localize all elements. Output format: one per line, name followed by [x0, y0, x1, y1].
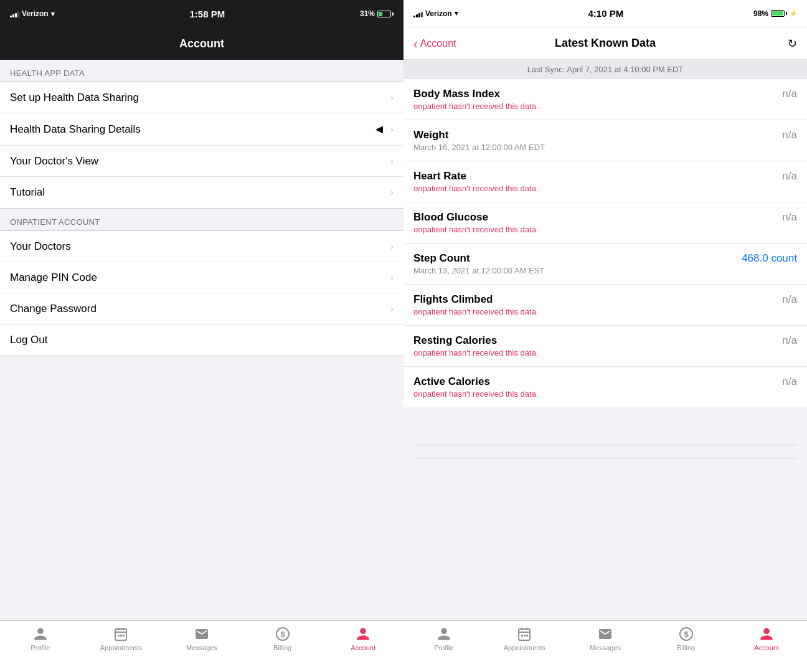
- bmi-value: n/a: [747, 88, 797, 100]
- appointments-tab-label-left: Appointments: [100, 644, 142, 651]
- empty-area-right-2: [404, 445, 807, 458]
- billing-tab-icon-right: $: [678, 626, 694, 642]
- status-left-right: Verizon ▾: [413, 9, 458, 18]
- step-count-sub: March 13, 2021 at 12:00:00 AM EST: [413, 266, 742, 275]
- sync-text: Last Sync: April 7, 2021 at 4:10:00 PM E…: [527, 65, 684, 74]
- tab-item-account-right[interactable]: Account: [726, 626, 807, 651]
- flights-value: n/a: [747, 293, 797, 306]
- refresh-icon[interactable]: ↻: [788, 37, 797, 50]
- manage-pin-item[interactable]: Manage PIN Code ›: [0, 262, 404, 293]
- back-chevron-icon: ‹: [413, 37, 418, 50]
- billing-tab-label-left: Billing: [273, 644, 291, 651]
- svg-text:$: $: [280, 630, 285, 639]
- svg-rect-4: [118, 635, 120, 637]
- health-item-blood-glucose: Blood Glucose onpatient hasn't received …: [404, 202, 807, 244]
- doctor-view-item[interactable]: Your Doctor's View ›: [0, 146, 404, 177]
- account-tab-icon-left: [355, 626, 371, 642]
- signal-bar-r3: [418, 13, 420, 17]
- signal-bar-2: [12, 14, 14, 17]
- signal-bar-1: [10, 16, 12, 17]
- battery-body: [377, 11, 391, 17]
- content-left: HEALTH APP DATA Set up Health Data Shari…: [0, 60, 404, 620]
- section-header-account: ONPATIENT ACCOUNT: [0, 209, 404, 230]
- signal-bar-r1: [413, 16, 415, 17]
- health-details-label: Health Data Sharing Details: [10, 123, 141, 136]
- sync-banner: Last Sync: April 7, 2021 at 4:10:00 PM E…: [404, 60, 807, 79]
- battery-left: [377, 11, 394, 17]
- health-item-resting-cal: Resting Calories onpatient hasn't receiv…: [404, 326, 807, 367]
- carrier-left: Verizon: [22, 9, 49, 18]
- battery-right: [771, 10, 787, 17]
- your-doctors-label: Your Doctors: [10, 240, 71, 253]
- tab-bar-right: Profile Appointments: [404, 620, 807, 672]
- manage-pin-label: Manage PIN Code: [10, 272, 97, 284]
- battery-tip: [392, 12, 394, 16]
- divider-2: [413, 458, 797, 458]
- health-item-flights: Flights Climbed onpatient hasn't receive…: [404, 285, 807, 326]
- back-label: Account: [420, 38, 456, 49]
- step-count-name: Step Count: [413, 252, 742, 265]
- active-cal-left: Active Calories onpatient hasn't receive…: [413, 376, 747, 399]
- tab-item-appointments-left[interactable]: Appointments: [81, 626, 162, 651]
- section-header-health: HEALTH APP DATA: [0, 60, 404, 82]
- nav-bar-right: ‹ Account Latest Known Data ↻: [404, 27, 807, 60]
- blood-glucose-value: n/a: [747, 211, 797, 224]
- battery-tip-right: [786, 12, 787, 15]
- health-details-arrow-group: ◄ ›: [373, 122, 394, 136]
- heart-rate-name: Heart Rate: [413, 170, 747, 182]
- battery-fill-right: [772, 11, 783, 16]
- tab-item-billing-left[interactable]: $ Billing: [242, 626, 323, 651]
- appointments-tab-label-right: Appointments: [504, 644, 545, 651]
- health-details-item[interactable]: Health Data Sharing Details ◄ ›: [0, 113, 404, 146]
- messages-tab-label-right: Messages: [590, 644, 621, 651]
- back-button[interactable]: ‹ Account: [413, 37, 456, 50]
- health-list: Body Mass Index onpatient hasn't receive…: [404, 79, 807, 407]
- battery-pct-left: 31%: [360, 9, 375, 18]
- signal-bars-right: [413, 10, 423, 17]
- svg-point-9: [364, 635, 365, 637]
- left-phone: Verizon ▾ 1:58 PM 31% Account HEALTH APP…: [0, 0, 404, 672]
- your-doctors-item[interactable]: Your Doctors ›: [0, 231, 404, 262]
- heart-rate-value: n/a: [747, 170, 797, 182]
- health-app-data-group: Set up Health Data Sharing › Health Data…: [0, 82, 404, 209]
- svg-rect-14: [521, 635, 523, 637]
- tab-bar-left: Profile Appointments: [0, 620, 404, 672]
- status-right-left: 31%: [360, 9, 394, 18]
- change-password-item[interactable]: Change Password ›: [0, 293, 404, 324]
- tab-item-messages-right[interactable]: Messages: [565, 626, 646, 651]
- health-item-bmi: Body Mass Index onpatient hasn't receive…: [404, 79, 807, 120]
- profile-tab-label-left: Profile: [31, 644, 50, 651]
- tab-item-profile-right[interactable]: Profile: [404, 626, 484, 651]
- tab-item-account-left[interactable]: Account: [323, 626, 404, 651]
- tab-item-billing-right[interactable]: $ Billing: [646, 626, 727, 651]
- step-count-value: 468.0 count: [742, 252, 797, 265]
- tutorial-item[interactable]: Tutorial ›: [0, 177, 404, 208]
- log-out-item[interactable]: Log Out: [0, 324, 404, 356]
- signal-bar-r2: [416, 14, 418, 17]
- doctor-view-label: Your Doctor's View: [10, 155, 98, 168]
- step-count-left: Step Count March 13, 2021 at 12:00:00 AM…: [413, 252, 742, 275]
- health-item-active-cal: Active Calories onpatient hasn't receive…: [404, 367, 807, 407]
- health-item-weight: Weight March 16, 2021 at 12:00:00 AM EDT…: [404, 120, 807, 161]
- flights-name: Flights Climbed: [413, 293, 747, 306]
- charging-icon: ⚡: [790, 10, 797, 17]
- content-right: Body Mass Index onpatient hasn't receive…: [404, 79, 807, 620]
- svg-point-19: [767, 635, 768, 637]
- tab-item-messages-left[interactable]: Messages: [161, 626, 242, 651]
- status-left: Verizon ▾: [10, 9, 55, 18]
- onpatient-account-group: Your Doctors › Manage PIN Code › Change …: [0, 230, 404, 356]
- setup-health-item[interactable]: Set up Health Data Sharing ›: [0, 82, 404, 113]
- active-cal-sub: onpatient hasn't received this data.: [413, 389, 747, 399]
- battery-pct-right: 98%: [753, 9, 768, 18]
- billing-tab-label-right: Billing: [677, 644, 695, 651]
- weight-value: n/a: [747, 129, 797, 141]
- svg-rect-16: [526, 635, 528, 637]
- resting-cal-left: Resting Calories onpatient hasn't receiv…: [413, 334, 747, 357]
- time-right: 4:10 PM: [588, 8, 623, 19]
- tab-item-profile-left[interactable]: Profile: [0, 626, 81, 651]
- tab-item-appointments-right[interactable]: Appointments: [484, 626, 565, 651]
- account-tab-label-right: Account: [754, 644, 779, 651]
- blood-glucose-name: Blood Glucose: [413, 211, 747, 224]
- manage-pin-chevron: ›: [390, 272, 394, 283]
- resting-cal-name: Resting Calories: [413, 334, 747, 347]
